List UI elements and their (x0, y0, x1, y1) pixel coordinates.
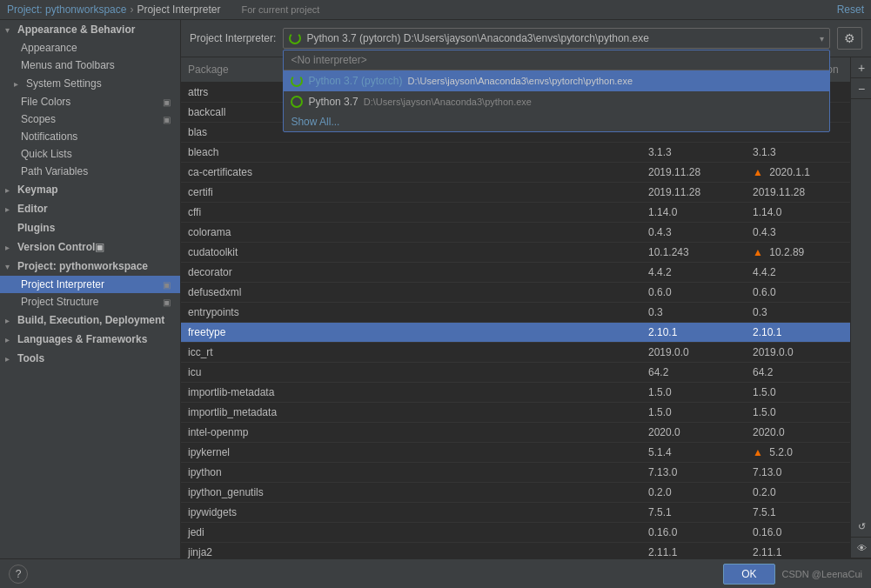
show-all-button[interactable]: Show All... (284, 112, 829, 131)
gear-button[interactable]: ⚙ (837, 27, 862, 50)
reload-button[interactable]: ↺ (851, 517, 871, 538)
package-latest-cell: ▲ 5.2.0 (746, 443, 850, 462)
table-row[interactable]: freetype2.10.12.10.1 (181, 323, 850, 343)
sidebar-group-editor[interactable]: ▸ Editor (0, 199, 180, 218)
package-name-cell: cffi (181, 203, 641, 222)
dropdown-item-base[interactable]: Python 3.7 D:\Users\jayson\Anaconda3\pyt… (284, 91, 829, 112)
remove-package-button[interactable]: − (851, 78, 871, 99)
base-spinner-icon (291, 96, 303, 108)
arrow-icon: ▾ (5, 262, 16, 271)
table-row[interactable]: certifi2019.11.282019.11.28 (181, 183, 850, 203)
breadcrumb-chevron: › (130, 3, 133, 16)
sidebar-group-version-control[interactable]: ▸ Version Control ▣ (0, 237, 180, 257)
sidebar-item-label: Quick Lists (21, 148, 72, 160)
package-latest-cell: 0.3 (746, 303, 850, 322)
sidebar-group-build[interactable]: ▸ Build, Execution, Deployment (0, 311, 180, 330)
sidebar-item-label: Notifications (21, 130, 77, 143)
dropdown-item-path: D:\Users\jayson\Anaconda3\python.exe (364, 97, 532, 107)
sidebar-item-label: Scopes (21, 113, 56, 125)
sidebar-group-project[interactable]: ▾ Project: pythonworkspace (0, 257, 180, 276)
package-table-area: Package Version Latest version attrsback… (181, 57, 871, 558)
eye-button[interactable]: 👁 (851, 538, 871, 558)
package-version-cell: 7.5.1 (641, 503, 746, 522)
table-row[interactable]: intel-openmp2020.02020.0 (181, 423, 850, 443)
dropdown-item-name: Python 3.7 (308, 96, 358, 108)
package-latest-cell: 1.5.0 (746, 403, 850, 422)
package-version-cell: 1.14.0 (641, 203, 746, 222)
arrow-icon: ▾ (5, 25, 16, 35)
add-package-button[interactable]: + (851, 57, 871, 78)
sidebar-group-appearance-behavior[interactable]: ▾ Appearance & Behavior (0, 20, 180, 39)
package-latest-cell: 0.16.0 (746, 523, 850, 542)
sidebar-subgroup-system-settings[interactable]: ▸ System Settings (0, 74, 180, 93)
package-name-cell: freetype (181, 323, 641, 342)
table-row[interactable]: decorator4.4.24.4.2 (181, 263, 850, 283)
project-interp-icon: ▣ (163, 280, 175, 290)
dropdown-chevron-icon: ▾ (820, 34, 824, 43)
sidebar-group-plugins[interactable]: Plugins (0, 218, 180, 237)
sidebar-group-label: Keymap (17, 184, 58, 196)
package-name-cell: jedi (181, 523, 641, 542)
package-name-cell: bleach (181, 143, 641, 162)
arrow-icon: ▸ (5, 204, 16, 214)
no-interpreter-option[interactable]: <No interpreter> (284, 50, 829, 70)
dropdown-item-pytorch[interactable]: Python 3.7 (pytorch) D:\Users\jayson\Ana… (284, 70, 829, 91)
table-row[interactable]: defusedxml0.6.00.6.0 (181, 283, 850, 303)
package-latest-cell: ▲ 2020.1.1 (746, 163, 850, 182)
table-row[interactable]: entrypoints0.30.3 (181, 303, 850, 323)
sidebar-item-project-interpreter[interactable]: Project Interpreter ▣ (0, 276, 180, 293)
interpreter-dropdown[interactable]: Python 3.7 (pytorch) D:\Users\jayson\Ana… (283, 28, 830, 49)
sidebar-item-label: File Colors (21, 96, 70, 108)
sidebar-item-file-colors[interactable]: File Colors ▣ (0, 93, 180, 110)
right-actions: + − ↺ 👁 (850, 57, 871, 558)
interpreter-label: Project Interpreter: (190, 32, 276, 44)
dropdown-item-path: D:\Users\jayson\Anaconda3\envs\pytorch\p… (407, 76, 633, 86)
sidebar-item-quick-lists[interactable]: Quick Lists (0, 145, 180, 163)
interpreter-selected-value: Python 3.7 (pytorch) D:\Users\jayson\Ana… (306, 32, 649, 44)
sidebar-item-scopes[interactable]: Scopes ▣ (0, 110, 180, 128)
table-row[interactable]: ipykernel5.1.4▲ 5.2.0 (181, 443, 850, 463)
table-row[interactable]: icu64.264.2 (181, 363, 850, 383)
sidebar-group-keymap[interactable]: ▸ Keymap (0, 180, 180, 199)
sidebar-group-tools[interactable]: ▸ Tools (0, 349, 180, 368)
sidebar-item-appearance[interactable]: Appearance (0, 39, 180, 57)
sidebar-group-languages[interactable]: ▸ Languages & Frameworks (0, 330, 180, 349)
help-button[interactable]: ? (9, 565, 28, 584)
bottom-bar: ? OK CSDN @LeenaCui (0, 558, 871, 588)
ok-button[interactable]: OK (723, 564, 774, 585)
reset-button[interactable]: Reset (837, 3, 864, 16)
package-version-cell: 2.10.1 (641, 323, 746, 342)
package-name-cell: icu (181, 363, 641, 382)
table-row[interactable]: jedi0.16.00.16.0 (181, 523, 850, 543)
table-row[interactable]: importlib-metadata1.5.01.5.0 (181, 383, 850, 403)
python-spinner-icon (289, 32, 301, 44)
sidebar-item-notifications[interactable]: Notifications (0, 128, 180, 145)
package-latest-cell: 0.4.3 (746, 223, 850, 242)
package-name-cell: ipython_genutils (181, 483, 641, 502)
table-row[interactable]: bleach3.1.33.1.3 (181, 143, 850, 163)
package-latest-cell: 2.10.1 (746, 323, 850, 342)
table-row[interactable]: importlib_metadata1.5.01.5.0 (181, 403, 850, 423)
table-row[interactable]: icc_rt2019.0.02019.0.0 (181, 343, 850, 363)
sidebar-group-label: Appearance & Behavior (17, 23, 135, 36)
sidebar-item-label: Appearance (21, 42, 77, 54)
sidebar-group-label: Version Control (17, 241, 95, 253)
table-row[interactable]: ipywidgets7.5.17.5.1 (181, 503, 850, 523)
sidebar-item-menus-toolbars[interactable]: Menus and Toolbars (0, 57, 180, 74)
table-row[interactable]: ipython_genutils0.2.00.2.0 (181, 483, 850, 503)
table-row[interactable]: cffi1.14.01.14.0 (181, 203, 850, 223)
interpreter-select-wrapper: Python 3.7 (pytorch) D:\Users\jayson\Ana… (283, 28, 830, 49)
scopes-icon: ▣ (163, 115, 175, 124)
table-row[interactable]: cudatoolkit10.1.243▲ 10.2.89 (181, 243, 850, 263)
content-area: Project Interpreter: Python 3.7 (pytorch… (181, 20, 871, 558)
sidebar-group-label: Editor (17, 203, 48, 215)
sidebar-item-path-variables[interactable]: Path Variables (0, 163, 180, 180)
table-row[interactable]: ca-certificates2019.11.28▲ 2020.1.1 (181, 163, 850, 183)
for-current-label: For current project (241, 4, 319, 15)
sidebar-item-project-structure[interactable]: Project Structure ▣ (0, 293, 180, 311)
project-link[interactable]: Project: pythonworkspace (7, 3, 126, 16)
table-row[interactable]: colorama0.4.30.4.3 (181, 223, 850, 243)
package-version-cell: 5.1.4 (641, 443, 746, 462)
table-row[interactable]: ipython7.13.07.13.0 (181, 463, 850, 483)
table-row[interactable]: jinja22.11.12.11.1 (181, 543, 850, 558)
